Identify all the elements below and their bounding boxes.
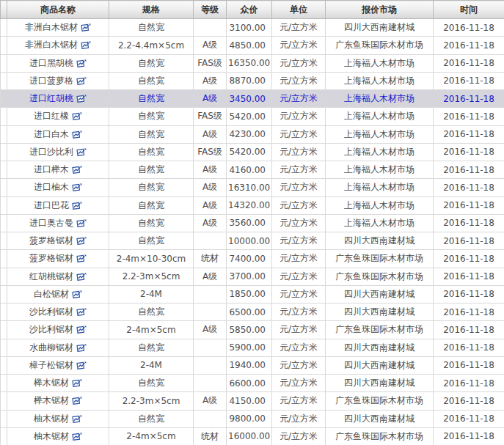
cell-product-name: 柚木锯材 xyxy=(7,427,109,445)
cell-left-edge xyxy=(1,19,7,37)
table-row[interactable]: 进口榉木自然宽A级4160.00元/立方米上海福人木材市场2016-11-18 xyxy=(1,161,504,179)
table-row[interactable]: 柚木锯材2-4m×5cm统材16000.00元/立方米广东鱼珠国际木材市场201… xyxy=(1,427,504,445)
trend-chart-icon[interactable] xyxy=(71,290,82,299)
trend-chart-icon[interactable] xyxy=(71,201,82,210)
trend-chart-icon[interactable] xyxy=(71,111,82,121)
cell-unit: 元/立方米 xyxy=(272,72,326,89)
table-row[interactable]: 柚木锯材自然宽9800.00元/立方米四川大西南建材城2016-11-18 xyxy=(1,410,504,427)
cell-product-name: 菠罗格锯材 xyxy=(7,250,109,268)
cell-date: 2016-11-18 xyxy=(434,250,504,268)
trend-chart-icon[interactable] xyxy=(71,165,82,174)
trend-chart-icon[interactable] xyxy=(71,183,82,192)
table-row[interactable]: 进口奥古曼自然宽A级3560.00元/立方米上海福人木材市场2016-11-18 xyxy=(1,214,504,232)
cell-left-edge xyxy=(1,125,7,143)
cell-price: 5420.00 xyxy=(227,108,272,125)
table-row[interactable]: 进口黑胡桃自然宽FAS级16350.00元/立方米上海福人木材市场2016-11… xyxy=(1,54,504,72)
table-row[interactable]: 进口菠萝格自然宽A级8870.00元/立方米上海福人木材市场2016-11-18 xyxy=(1,72,504,89)
cell-grade: A级 xyxy=(194,72,227,89)
product-name-wrap: 菠罗格锯材 xyxy=(29,252,87,265)
product-name: 樟子松锯材 xyxy=(29,359,73,372)
product-name: 红胡桃锯材 xyxy=(29,271,73,283)
product-name-wrap: 沙比利锯材 xyxy=(29,323,87,336)
trend-chart-icon[interactable] xyxy=(71,432,82,441)
table-row[interactable]: 非洲白木锯材自然宽3100.00元/立方米四川大西南建材城2016-11-18 xyxy=(1,19,504,37)
trend-chart-icon[interactable] xyxy=(71,414,82,424)
table-row[interactable]: 进口白木自然宽A级4230.00元/立方米上海福人木材市场2016-11-18 xyxy=(1,125,504,143)
cell-left-edge xyxy=(1,356,7,374)
product-name: 菠罗格锯材 xyxy=(29,252,73,265)
table-row[interactable]: 榉木锯材自然宽6600.00元/立方米四川大西南建材城2016-11-18 xyxy=(1,375,504,392)
trend-chart-icon[interactable] xyxy=(76,94,87,103)
trend-chart-icon[interactable] xyxy=(76,59,87,68)
product-name: 柚木锯材 xyxy=(34,413,69,425)
trend-chart-icon[interactable] xyxy=(71,378,82,388)
trend-chart-icon[interactable] xyxy=(76,254,87,263)
cell-unit: 元/立方米 xyxy=(272,250,326,268)
table-row[interactable]: 进口红胡桃自然宽A级3450.00元/立方米上海福人木材市场2016-11-18 xyxy=(1,90,504,108)
table-row[interactable]: 进口沙比利自然宽FAS级5420.00元/立方米上海福人木材市场2016-11-… xyxy=(1,143,504,161)
table-row[interactable]: 白松锯材2-4M1850.00元/立方米四川大西南建材城2016-11-18 xyxy=(1,285,504,303)
table-row[interactable]: 进口红橡自然宽FAS级5420.00元/立方米上海福人木材市场2016-11-1… xyxy=(1,108,504,125)
table-row[interactable]: 水曲柳锯材自然宽5900.00元/立方米四川大西南建材城2016-11-18 xyxy=(1,339,504,356)
cell-spec: 自然宽 xyxy=(109,108,194,125)
cell-market: 上海福人木材市场 xyxy=(326,90,434,108)
cell-spec: 自然宽 xyxy=(109,90,194,108)
product-name-wrap: 进口红胡桃 xyxy=(29,92,87,105)
trend-chart-icon[interactable] xyxy=(76,272,87,282)
table-row[interactable]: 樟子松锯材2-4M1940.00元/立方米四川大西南建材城2016-11-18 xyxy=(1,356,504,374)
cell-spec: 自然宽 xyxy=(109,232,194,250)
product-name: 进口菠萝格 xyxy=(29,75,73,87)
trend-chart-icon[interactable] xyxy=(76,325,87,334)
trend-chart-icon[interactable] xyxy=(71,396,82,405)
product-name: 白松锯材 xyxy=(34,288,69,301)
trend-chart-icon[interactable] xyxy=(80,23,91,32)
trend-chart-icon[interactable] xyxy=(76,218,87,228)
trend-chart-icon[interactable] xyxy=(76,307,87,317)
trend-chart-icon[interactable] xyxy=(76,343,87,353)
cell-unit: 元/立方米 xyxy=(272,304,326,321)
trend-chart-icon[interactable] xyxy=(76,147,87,157)
cell-grade: A级 xyxy=(194,90,227,108)
product-name: 柚木锯材 xyxy=(34,430,69,443)
cell-left-edge xyxy=(1,304,7,321)
table-row[interactable]: 沙比利锯材2-4m×5cmA级5850.00元/立方米广东鱼珠国际木材市场201… xyxy=(1,321,504,339)
table-row[interactable]: 菠罗格锯材自然宽10000.00元/立方米四川大西南建材城2016-11-18 xyxy=(1,232,504,250)
trend-chart-icon[interactable] xyxy=(76,236,87,246)
cell-date: 2016-11-18 xyxy=(434,410,504,427)
cell-price: 16000.00 xyxy=(227,427,272,445)
product-name-wrap: 水曲柳锯材 xyxy=(29,342,87,354)
cell-unit: 元/立方米 xyxy=(272,125,326,143)
cell-left-edge xyxy=(1,268,7,285)
cell-price: 3700.00 xyxy=(227,268,272,285)
cell-price: 3100.00 xyxy=(227,19,272,37)
cell-product-name: 沙比利锯材 xyxy=(7,321,109,339)
cell-grade: FAS级 xyxy=(194,54,227,72)
cell-price: 7400.00 xyxy=(227,250,272,268)
table-row[interactable]: 进口巴花自然宽A级14320.00元/立方米上海福人木材市场2016-11-18 xyxy=(1,196,504,214)
cell-price: 10000.00 xyxy=(227,232,272,250)
table-row[interactable]: 榉木锯材2.2-3m×5cmA级4150.00元/立方米广东鱼珠国际木材市场20… xyxy=(1,392,504,410)
table-row[interactable]: 进口柚木自然宽A级16310.00元/立方米上海福人木材市场2016-11-18 xyxy=(1,179,504,196)
table-row[interactable]: 红胡桃锯材2.2-3m×5cmA级3700.00元/立方米广东鱼珠国际木材市场2… xyxy=(1,268,504,285)
cell-market: 四川大西南建材城 xyxy=(326,375,434,392)
table-body: 非洲白木锯材自然宽3100.00元/立方米四川大西南建材城2016-11-18非… xyxy=(1,19,504,445)
cell-grade xyxy=(194,19,227,37)
cell-product-name: 进口沙比利 xyxy=(7,143,109,161)
product-name-wrap: 白松锯材 xyxy=(34,288,82,301)
cell-price: 1940.00 xyxy=(227,356,272,374)
cell-product-name: 进口菠萝格 xyxy=(7,72,109,89)
cell-spec: 2.2-4.4m×5cm xyxy=(109,37,194,54)
product-name-wrap: 柚木锯材 xyxy=(34,430,82,443)
cell-market: 上海福人木材市场 xyxy=(326,72,434,89)
trend-chart-icon[interactable] xyxy=(76,76,87,86)
column-header-date: 时间 xyxy=(434,1,504,19)
table-row[interactable]: 菠罗格锯材2-4m×10-30cm统材7400.00元/立方米广东鱼珠国际木材市… xyxy=(1,250,504,268)
table-row[interactable]: 非洲白木锯材2.2-4.4m×5cmA级4850.00元/立方米广东鱼珠国际木材… xyxy=(1,37,504,54)
cell-market: 四川大西南建材城 xyxy=(326,232,434,250)
table-row[interactable]: 沙比利锯材自然宽6500.00元/立方米四川大西南建材城2016-11-18 xyxy=(1,304,504,321)
trend-chart-icon[interactable] xyxy=(80,40,91,50)
cell-spec: 自然宽 xyxy=(109,161,194,179)
trend-chart-icon[interactable] xyxy=(76,361,87,370)
cell-market: 广东鱼珠国际木材市场 xyxy=(326,427,434,445)
trend-chart-icon[interactable] xyxy=(71,130,82,139)
